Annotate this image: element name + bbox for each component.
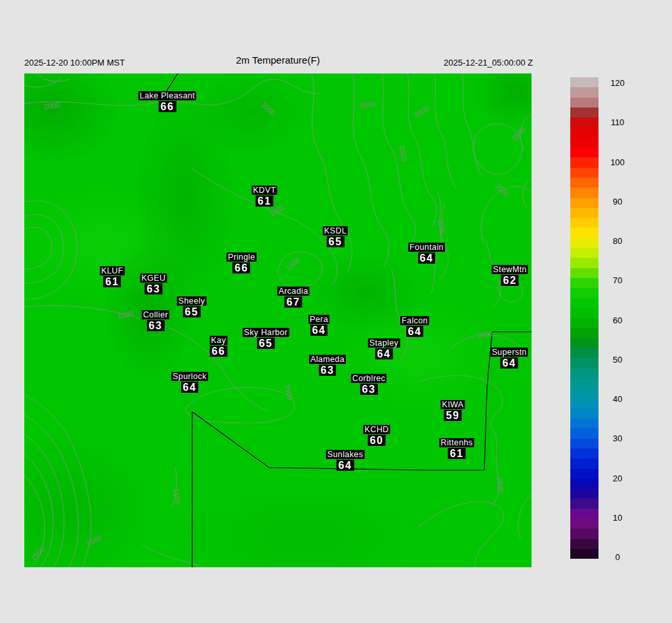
station-temperature-value: 66 [210, 346, 228, 357]
colorbar-strip [570, 108, 598, 117]
station: Stapley64 [368, 338, 400, 359]
station-name: Sky Harbor [243, 328, 289, 337]
station-temperature-value: 65 [257, 338, 275, 349]
colorbar-strip [570, 418, 598, 428]
colorbar-tick-label: 50 [604, 355, 631, 365]
station: KGEU63 [140, 273, 167, 294]
station: Sky Harbor65 [243, 328, 289, 349]
station-name: Sheely [177, 296, 207, 306]
colorbar-strip [570, 399, 598, 409]
station: Pringle66 [226, 252, 257, 273]
station-name: Falcon [400, 316, 429, 325]
colorbar-strip [570, 539, 598, 549]
colorbar-strip [570, 157, 598, 167]
station: StewMtn62 [492, 265, 528, 286]
station-name: Alameda [309, 355, 346, 364]
colorbar-strip [570, 258, 598, 268]
colorbar-strip [570, 178, 598, 188]
station: Spurlock64 [171, 372, 208, 393]
station-name: KDVT [252, 186, 278, 195]
colorbar-strip [570, 127, 598, 137]
station-name: KCHD [363, 425, 390, 434]
station-temperature-value: 61 [256, 195, 274, 207]
colorbar-strip [570, 549, 598, 559]
station-temperature-value: 60 [368, 435, 386, 446]
station-name: Superstn [490, 348, 528, 357]
county-boundaries [166, 73, 532, 567]
colorbar-tick-label: 0 [604, 552, 631, 562]
temperature-map: Lake Pleasant66KDVT61KSDL65Pringle66Foun… [24, 73, 532, 567]
colorbar-tick-label: 90 [604, 197, 631, 207]
station-temperature-value: 63 [319, 365, 337, 376]
station: Rittenhs61 [439, 438, 474, 459]
station: Alameda63 [309, 355, 346, 376]
station-temperature-value: 62 [501, 275, 519, 286]
colorbar-strip [570, 529, 598, 538]
contour-elevation-label: 1500 [495, 476, 505, 492]
station: KDVT61 [252, 186, 278, 207]
station-name: StewMtn [492, 265, 528, 274]
colorbar-strip [570, 479, 598, 489]
colorbar-strip [570, 168, 598, 178]
station: Kay66 [210, 336, 228, 357]
station-temperature-value: 64 [337, 460, 354, 471]
colorbar-strip [570, 77, 598, 87]
station-name: Lake Pleasant [138, 91, 196, 100]
station-temperature-value: 64 [501, 357, 518, 369]
colorbar-strip [570, 308, 598, 318]
colorbar-strip [570, 489, 598, 498]
station-temperature-value: 64 [375, 348, 393, 359]
station-name: Sunlakes [326, 450, 365, 459]
station-temperature-value: 64 [310, 325, 328, 336]
station-temperature-value: 61 [448, 448, 466, 459]
colorbar-strip [570, 188, 598, 197]
colorbar-strip [570, 248, 598, 258]
station-temperature-value: 64 [181, 382, 199, 393]
station-name: Fountain [408, 243, 445, 252]
colorbar-tick-label: 100 [604, 157, 631, 167]
colorbar-strip [570, 268, 598, 278]
station-name: Kay [210, 336, 228, 345]
colorbar-strip [570, 388, 598, 398]
colorbar-tick-label: 20 [604, 473, 631, 483]
elevation-contours [24, 73, 532, 567]
colorbar-tick-label: 120 [604, 78, 631, 88]
station-name: Pringle [226, 252, 257, 262]
station-name: KLUF [100, 266, 125, 275]
colorbar-tick-label: 30 [604, 433, 631, 443]
colorbar-strip [570, 428, 598, 438]
colorbar-strip [570, 498, 598, 508]
station-temperature-value: 64 [406, 326, 424, 337]
station-temperature-value: 64 [418, 252, 436, 264]
colorbar-strip [570, 338, 598, 348]
colorbar-strip [570, 449, 598, 458]
colorbar-strip [570, 358, 598, 368]
colorbar-strip [570, 278, 598, 288]
colorbar-strip [570, 218, 598, 228]
colorbar-tick-label: 40 [604, 394, 631, 404]
colorbar-strip [570, 439, 598, 449]
station-temperature-value: 66 [159, 101, 177, 112]
station-temperature-value: 59 [444, 410, 462, 421]
station: Pera64 [308, 315, 329, 336]
station-temperature-value: 65 [327, 236, 345, 247]
colorbar-strip [570, 469, 598, 479]
colorbar-strip [570, 369, 598, 378]
colorbar-strip [570, 288, 598, 298]
station-temperature-value: 63 [360, 384, 378, 395]
station-temperature-value: 63 [147, 320, 165, 331]
station-name: Pera [308, 315, 329, 324]
colorbar-strip [570, 148, 598, 157]
colorbar-strip [570, 228, 598, 237]
colorbar-strip [570, 198, 598, 208]
colorbar-tick-label: 60 [604, 315, 631, 325]
colorbar-tick-label: 70 [604, 275, 631, 285]
station: Sheely65 [177, 296, 207, 317]
station-name: KSDL [323, 226, 348, 235]
colorbar-strip [570, 378, 598, 388]
colorbar-strip [570, 509, 598, 519]
station-name: Collier [142, 310, 169, 319]
model-valid-time-utc: 2025-12-21_05:00:00 Z [444, 58, 533, 68]
colorbar-strip [570, 138, 598, 148]
station: Lake Pleasant66 [138, 91, 196, 112]
